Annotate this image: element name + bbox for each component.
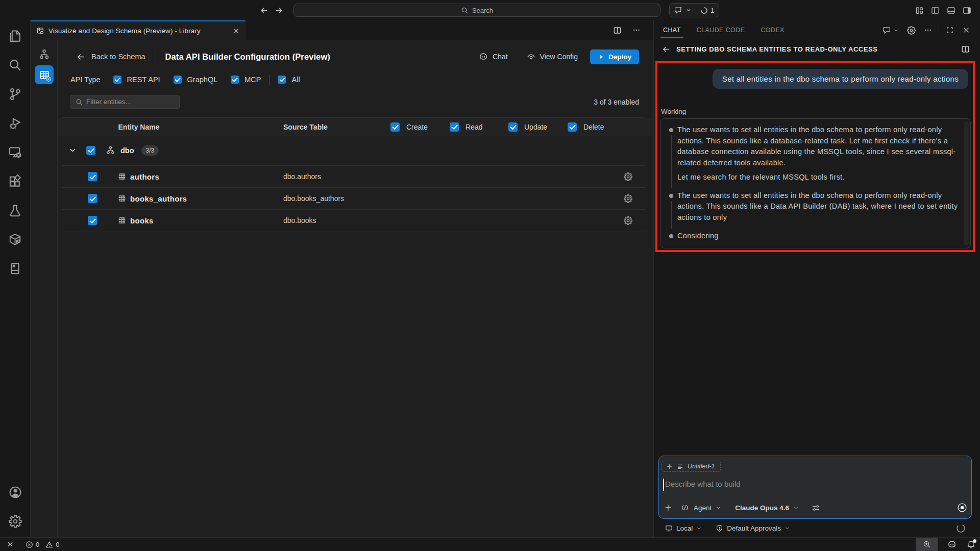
api-type-rest: REST API <box>113 76 160 84</box>
checkbox-all-create[interactable] <box>390 122 400 132</box>
chat-mode-icon[interactable] <box>883 26 891 34</box>
close-panel-icon[interactable] <box>962 26 970 34</box>
stop-button[interactable] <box>958 503 967 512</box>
thinking-item: The user wants to set all entities in th… <box>660 124 961 183</box>
approvals-picker[interactable]: Default Approvals <box>716 524 790 532</box>
graphql-label: GraphQL <box>187 76 218 84</box>
source-control-icon[interactable] <box>8 87 22 101</box>
checkbox-rest-api[interactable] <box>113 76 121 84</box>
entity-settings-gear-icon[interactable] <box>624 194 632 203</box>
checkbox-mcp[interactable] <box>231 76 239 84</box>
header-actions: Chat View Config Deploy <box>479 49 639 64</box>
model-picker[interactable]: Claude Opus 4.6 <box>735 504 799 512</box>
column-update: Update <box>524 123 547 131</box>
copilot-status-icon[interactable] <box>947 540 957 549</box>
search-icon <box>461 7 469 14</box>
rest-api-label: REST API <box>127 76 160 84</box>
list-icon <box>677 463 683 470</box>
zoom-indicator[interactable] <box>916 538 938 551</box>
checkbox-all-read[interactable] <box>450 122 459 132</box>
chat-button[interactable]: Chat <box>479 52 508 61</box>
database-icon[interactable] <box>8 261 22 276</box>
context-attachment-chip[interactable]: Untitled-1 <box>662 461 721 472</box>
error-count: 0 <box>36 541 39 548</box>
split-editor-icon[interactable] <box>613 26 622 35</box>
checkbox-all-delete[interactable] <box>568 122 577 132</box>
chat-settings-gear-icon[interactable] <box>907 26 916 35</box>
settings-gear-icon[interactable] <box>8 514 22 529</box>
dab-config-icon[interactable] <box>35 65 54 84</box>
checkbox-all[interactable] <box>278 76 286 84</box>
add-context-icon[interactable] <box>664 504 672 512</box>
deploy-button-label: Deploy <box>608 53 631 61</box>
chevron-down-icon <box>696 525 702 531</box>
command-center-search[interactable]: Search <box>293 4 660 17</box>
tab-chat[interactable]: CHAT <box>663 20 681 40</box>
view-config-button[interactable]: View Config <box>527 53 578 61</box>
checkbox-books-delete[interactable] <box>88 216 97 225</box>
schema-designer-icon[interactable] <box>35 45 54 64</box>
customize-layout-icon[interactable] <box>915 6 924 15</box>
tab-codex[interactable]: CODEX <box>761 20 784 40</box>
toggle-secondary-sidebar-icon[interactable] <box>963 6 971 15</box>
table-header: Entity Name Source Table Create Read <box>58 118 653 136</box>
run-debug-icon[interactable] <box>8 116 22 130</box>
containers-icon[interactable] <box>8 232 22 246</box>
loading-spinner-icon <box>956 523 966 533</box>
search-sidebar-icon[interactable] <box>8 58 22 72</box>
checkbox-group-dbo[interactable] <box>86 146 95 155</box>
environment-picker[interactable]: Local <box>665 524 702 532</box>
problems-indicator[interactable]: 0 0 <box>26 541 63 548</box>
group-count-badge: 3/3 <box>141 145 159 156</box>
toggle-primary-sidebar-icon[interactable] <box>931 6 940 15</box>
schema-group-row-dbo[interactable]: dbo 3/3 <box>58 136 653 165</box>
chevron-down-icon[interactable] <box>68 146 77 155</box>
checkbox-books-authors-delete[interactable] <box>88 194 97 203</box>
divider <box>939 26 939 34</box>
nav-back-icon[interactable] <box>260 6 268 15</box>
thinking-text: Let me search for the relevant MSSQL too… <box>677 172 961 183</box>
entity-row-authors[interactable]: authors dbo.authors <box>58 166 653 188</box>
entity-settings-gear-icon[interactable] <box>624 216 632 225</box>
tab-visualize-design-schema[interactable]: Visualize and Design Schema (Preview) - … <box>31 20 246 40</box>
checkbox-all-update[interactable] <box>508 122 518 132</box>
testing-icon[interactable] <box>8 203 22 217</box>
checkbox-authors-delete[interactable] <box>88 172 97 181</box>
chevron-down-icon[interactable] <box>893 28 899 33</box>
checkbox-graphql[interactable] <box>174 76 182 84</box>
entity-settings-gear-icon[interactable] <box>624 172 632 181</box>
explorer-icon[interactable] <box>8 29 22 43</box>
more-actions-icon[interactable] <box>632 26 641 34</box>
deploy-button[interactable]: Deploy <box>590 49 639 64</box>
maximize-panel-icon[interactable] <box>946 26 954 34</box>
group-name: dbo <box>120 146 134 155</box>
thinking-item: Considering <box>660 231 961 242</box>
entity-row-books-authors[interactable]: books_authors dbo.books_authors <box>58 188 653 210</box>
chat-input-box[interactable]: Untitled-1 Describe what to build Agent … <box>658 456 972 519</box>
filter-entities-input[interactable]: Filter entities... <box>70 95 180 109</box>
mode-picker[interactable]: Agent <box>681 504 721 512</box>
tools-config-icon[interactable] <box>812 504 820 512</box>
tab-close-icon[interactable] <box>232 27 240 35</box>
more-actions-icon[interactable] <box>924 26 932 34</box>
toggle-panel-icon[interactable] <box>947 6 955 15</box>
chevron-down-icon[interactable] <box>685 7 692 13</box>
scrollbar[interactable] <box>964 121 969 245</box>
copilot-chat-icon[interactable] <box>674 6 682 14</box>
tab-claude-code[interactable]: CLAUDE CODE <box>697 20 745 40</box>
chat-back-icon[interactable] <box>662 45 671 54</box>
chat-progress-icon[interactable] <box>700 7 708 14</box>
remote-indicator-icon[interactable] <box>6 540 14 548</box>
back-to-schema-button[interactable]: Back to Schema <box>77 53 145 61</box>
status-bar: 0 0 <box>0 537 980 551</box>
chevron-down-icon <box>793 505 799 511</box>
accounts-icon[interactable] <box>8 485 22 499</box>
notifications-bell-icon[interactable] <box>967 540 975 549</box>
nav-forward-icon[interactable] <box>275 6 283 15</box>
remote-explorer-icon[interactable] <box>8 145 22 159</box>
chevron-down-icon <box>785 525 790 531</box>
extensions-icon[interactable] <box>8 174 22 188</box>
plus-icon <box>666 463 673 470</box>
entity-row-books[interactable]: books dbo.books <box>58 210 653 232</box>
open-chat-in-editor-icon[interactable] <box>961 45 970 54</box>
